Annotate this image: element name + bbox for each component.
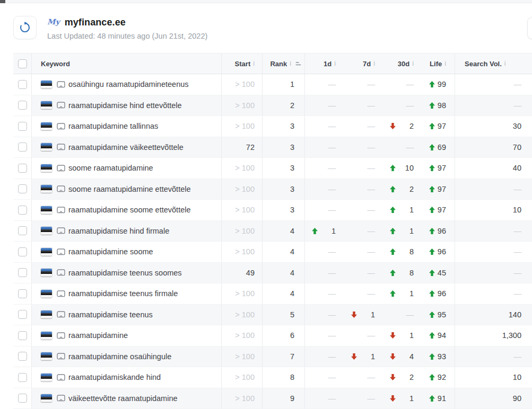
up-arrow-icon (429, 228, 435, 234)
keyword-text: raamatupidamine tallinnas (68, 122, 158, 130)
change-30d-cell: 4 (383, 346, 422, 367)
row-checkbox[interactable] (18, 394, 27, 403)
row-checkbox[interactable] (18, 122, 27, 131)
estonia-flag-icon (41, 122, 52, 130)
keyword-cell: raamatupidamise teenus soomes (32, 263, 222, 283)
row-checkbox[interactable] (18, 80, 27, 89)
keyword-cell: raamatupidamine soome (32, 242, 222, 262)
start-cell: > 100 (222, 158, 263, 179)
row-checkbox[interactable] (18, 352, 27, 361)
no-change-dash: — (401, 80, 414, 88)
column-header-1d[interactable]: 1d i (305, 54, 344, 74)
row-checkbox[interactable] (18, 310, 27, 319)
up-arrow-icon (429, 165, 435, 171)
site-favicon: My (47, 17, 60, 26)
column-header-7d[interactable]: 7d i (344, 54, 383, 74)
change-7d-cell: — (344, 242, 383, 262)
table-row: raamatupidamise hind ettevõttele > 100 2… (13, 95, 532, 117)
up-arrow-icon (429, 332, 435, 339)
search-vol-cell: — (455, 346, 532, 367)
row-checkbox[interactable] (18, 373, 27, 382)
column-header-keyword[interactable]: Keyword (32, 54, 222, 74)
row-checkbox[interactable] (18, 206, 27, 215)
change-life-cell: 94 (422, 325, 455, 346)
row-checkbox[interactable] (18, 247, 27, 256)
desktop-device-icon (57, 165, 65, 172)
start-cell: > 100 (222, 305, 263, 325)
up-arrow-icon (429, 144, 435, 150)
change-1d-cell: 1 (305, 221, 344, 242)
change-7d-cell: — (344, 283, 383, 304)
start-cell: > 100 (222, 367, 263, 388)
keyword-text: raamatupidamine osaühingule (68, 352, 171, 361)
no-change-dash: — (323, 310, 336, 319)
search-vol-value: — (514, 289, 522, 298)
change-7d-cell: — (344, 388, 383, 409)
start-value: > 100 (235, 352, 255, 361)
up-arrow-icon (429, 207, 435, 213)
change-7d-cell: — (344, 137, 383, 158)
estonia-flag-icon (41, 374, 52, 381)
desktop-device-icon (57, 311, 65, 318)
change-value: 69 (438, 143, 446, 152)
change-value: 2 (401, 373, 414, 381)
start-value: > 100 (235, 310, 255, 319)
table-body: osaühingu raamatupidamineteenus > 100 1 … (13, 74, 532, 409)
row-checkbox[interactable] (18, 184, 27, 193)
change-life-cell: 95 (422, 305, 455, 325)
rank-value: 7 (290, 352, 294, 361)
up-arrow-icon (429, 248, 435, 255)
change-value: 1 (362, 310, 375, 319)
row-checkbox[interactable] (18, 101, 27, 110)
rank-cell: 3 (263, 179, 305, 200)
search-vol-value: 1,300 (502, 331, 521, 340)
row-checkbox[interactable] (18, 268, 27, 277)
rank-value: 8 (290, 373, 294, 381)
change-1d-cell: — (305, 116, 344, 137)
change-value: 99 (438, 80, 446, 88)
rank-value: 4 (290, 227, 294, 235)
change-life-cell: 92 (422, 367, 455, 388)
row-checkbox[interactable] (18, 226, 27, 235)
up-arrow-icon (429, 186, 435, 192)
rank-cell: 8 (263, 367, 305, 388)
column-header-life[interactable]: Life i (422, 54, 455, 74)
search-vol-cell: 90 (455, 388, 532, 409)
search-vol-cell: 70 (455, 137, 532, 158)
no-change-dash: — (323, 394, 336, 403)
row-checkbox[interactable] (18, 164, 27, 173)
keyword-text: raamatupidamine väikeettevõttele (68, 143, 184, 152)
partial-button-right[interactable] (527, 17, 532, 39)
rank-value: 9 (290, 394, 294, 403)
change-30d-cell: 8 (383, 263, 422, 283)
change-30d-cell: 1 (383, 325, 422, 346)
change-value: 8 (401, 247, 414, 256)
column-header-30d[interactable]: 30d i (383, 54, 422, 74)
keyword-cell: raamatupidamiskande hind (32, 367, 222, 388)
column-header-search-vol[interactable]: Search Vol. i (455, 54, 532, 74)
table-row: raamatupidamiskande hind > 100 8 — — 2 9… (13, 367, 532, 388)
keyword-text: raamatupidamine (68, 331, 128, 340)
rank-cell: 4 (263, 221, 305, 242)
change-1d-cell: — (305, 305, 344, 325)
change-30d-cell: 1 (383, 283, 422, 304)
estonia-flag-icon (41, 227, 52, 235)
change-30d-cell: — (383, 137, 422, 158)
select-all-checkbox[interactable] (18, 59, 27, 68)
change-7d-cell: — (344, 221, 383, 242)
start-value: > 100 (235, 373, 255, 381)
row-checkbox[interactable] (18, 289, 27, 298)
up-arrow-icon (429, 374, 435, 380)
row-checkbox[interactable] (18, 143, 27, 152)
change-1d-cell: — (305, 283, 344, 304)
change-value: 97 (438, 122, 446, 130)
refresh-button[interactable] (13, 16, 37, 39)
down-arrow-icon (351, 353, 357, 360)
search-vol-value: 90 (513, 394, 521, 403)
info-icon: i (504, 60, 506, 67)
column-header-start[interactable]: Start i (222, 54, 263, 74)
up-arrow-icon (390, 165, 396, 171)
row-checkbox[interactable] (18, 331, 27, 340)
change-1d-cell: — (305, 200, 344, 220)
column-header-rank[interactable]: Rank i (263, 54, 305, 74)
